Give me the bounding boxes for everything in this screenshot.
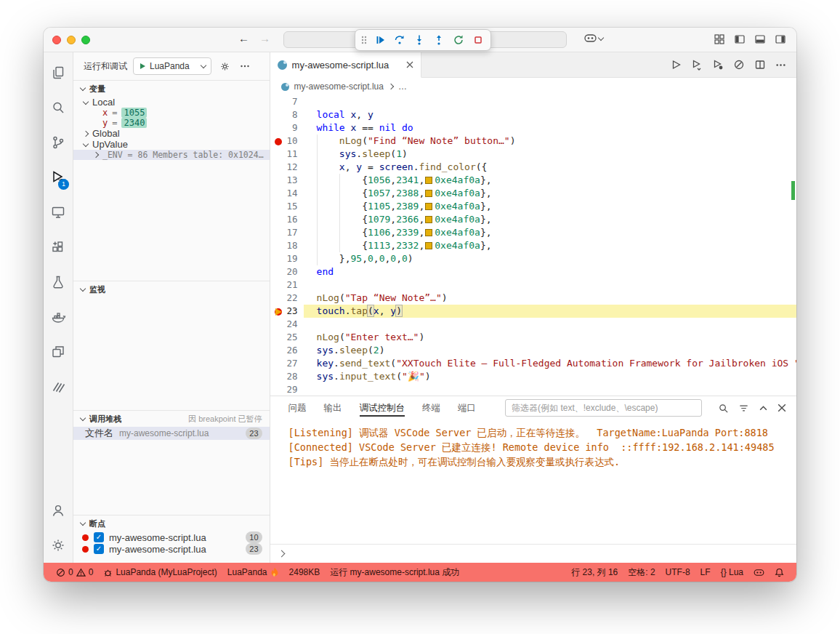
code-line-content[interactable]	[304, 383, 796, 396]
variable-row[interactable]: x=1055	[73, 108, 270, 118]
cursor-position-status[interactable]: 行 23, 列 16	[566, 566, 623, 579]
close-window-button[interactable]	[52, 36, 61, 44]
sidebar-item-explorer[interactable]	[44, 55, 73, 90]
watch-section-header[interactable]: 监视	[73, 281, 270, 297]
indentation-status[interactable]: 空格: 2	[623, 566, 660, 579]
code-line-content[interactable]	[304, 278, 796, 292]
search-icon[interactable]	[718, 403, 729, 414]
luapanda-session-status[interactable]: LuaPanda	[222, 567, 284, 577]
run-file-icon[interactable]	[670, 59, 682, 71]
code-line-content[interactable]: {1105,2389,0xe4af0a},	[304, 200, 796, 213]
line-gutter[interactable]: 19	[270, 252, 304, 265]
sidebar-item-run-and-debug[interactable]: 1	[44, 160, 73, 195]
code-line-content[interactable]: sys.input_text("🎉")	[304, 370, 796, 383]
code-line-content[interactable]	[304, 95, 796, 108]
step-over-button[interactable]	[391, 31, 408, 49]
line-gutter[interactable]: 22	[270, 292, 304, 305]
code-line[interactable]: 29	[270, 383, 796, 396]
console-filter-input[interactable]	[505, 399, 702, 417]
settings-menu[interactable]	[44, 528, 73, 563]
code-line[interactable]: 24	[270, 318, 796, 331]
go-back-button[interactable]: ←	[238, 32, 249, 44]
code-line-content[interactable]: sys.sleep(1)	[304, 148, 796, 161]
sidebar-item-remote-explorer[interactable]	[44, 195, 73, 230]
sidebar-item-source-control[interactable]	[44, 125, 73, 160]
more-actions-icon[interactable]	[775, 60, 786, 71]
line-gutter[interactable]: 27	[270, 357, 304, 370]
panel-tab[interactable]: 输出	[324, 398, 342, 419]
variables-section-header[interactable]: 变量	[73, 81, 270, 97]
drag-handle-icon[interactable]	[359, 31, 369, 49]
line-gutter[interactable]: 14	[270, 187, 304, 200]
eol-status[interactable]: LF	[695, 567, 716, 577]
gutter-glyph[interactable]	[274, 163, 283, 172]
notifications-status[interactable]	[770, 568, 789, 577]
code-line-content[interactable]: {1056,2341,0xe4af0a},	[304, 174, 796, 187]
code-editor[interactable]: 78local x, y9while x == nil do10nLog("Fi…	[270, 95, 796, 396]
sidebar-item-testing[interactable]	[44, 265, 73, 300]
stack-frame[interactable]: 文件名my-awesome-script.lua23	[73, 427, 270, 440]
breakpoint-checkbox[interactable]: ✓	[94, 532, 104, 542]
code-line[interactable]: 8local x, y	[270, 108, 796, 121]
chevron-right-icon[interactable]	[83, 130, 89, 136]
variable-row[interactable]: y=2340	[73, 118, 270, 128]
code-line-content[interactable]	[304, 318, 796, 331]
gutter-glyph[interactable]	[274, 268, 283, 277]
code-line[interactable]: 23touch.tap(x, y)	[270, 305, 796, 318]
code-line-content[interactable]: {1079,2366,0xe4af0a},	[304, 213, 796, 226]
line-gutter[interactable]: 13	[270, 174, 304, 187]
gutter-glyph[interactable]	[274, 176, 283, 185]
line-gutter[interactable]: 15	[270, 200, 304, 213]
code-line-content[interactable]: },95,0,0,0,0)	[304, 252, 796, 265]
gutter-glyph[interactable]	[274, 241, 283, 251]
launch-config-dropdown[interactable]: LuaPanda	[133, 57, 211, 75]
copilot-status[interactable]	[748, 569, 770, 577]
gutter-glyph[interactable]	[274, 281, 283, 290]
breakpoint-item[interactable]: ✓my-awesome-script.lua23	[73, 543, 270, 555]
customize-layout-icon[interactable]	[714, 33, 725, 45]
debug-console-input[interactable]	[270, 544, 796, 563]
breakpoint-item[interactable]: ✓my-awesome-script.lua10	[73, 531, 270, 543]
split-editor-icon[interactable]	[754, 59, 766, 71]
debug-target-status[interactable]: LuaPanda (MyLuaProject)	[98, 567, 222, 577]
line-gutter[interactable]: 23	[270, 305, 304, 318]
code-line[interactable]: 22nLog("Tap “New Note”…")	[270, 292, 796, 305]
step-out-button[interactable]	[430, 31, 448, 49]
line-gutter[interactable]: 25	[270, 331, 304, 344]
code-line[interactable]: 13{1056,2341,0xe4af0a},	[270, 174, 796, 187]
line-gutter[interactable]: 29	[270, 383, 304, 396]
gutter-glyph[interactable]	[274, 333, 283, 342]
gutter-glyph[interactable]	[274, 359, 283, 369]
toggle-secondary-sidebar-icon[interactable]	[775, 33, 786, 45]
stop-button[interactable]	[469, 31, 487, 49]
breadcrumb[interactable]: my-awesome-script.lua …	[270, 78, 796, 95]
code-line-content[interactable]: key.send_text("XXTouch Elite — Full-Fled…	[304, 357, 796, 370]
line-gutter[interactable]: 16	[270, 213, 304, 226]
breadcrumb-symbol[interactable]: …	[398, 81, 407, 92]
step-into-button[interactable]	[411, 31, 428, 49]
line-gutter[interactable]: 28	[270, 370, 304, 383]
code-line[interactable]: 9while x == nil do	[270, 121, 796, 135]
panel-tab[interactable]: 终端	[422, 398, 440, 419]
code-line[interactable]: 12x, y = screen.find_color({	[270, 161, 796, 174]
code-line-content[interactable]: x, y = screen.find_color({	[304, 161, 796, 174]
callstack-section-header[interactable]: 调用堆栈 因 breakpoint 已暂停	[73, 411, 270, 427]
breakpoints-section-header[interactable]: 断点	[73, 515, 270, 531]
code-line[interactable]: 10nLog("Find “New Note” button…")	[270, 135, 796, 148]
toggle-primary-sidebar-icon[interactable]	[734, 33, 746, 45]
memory-status[interactable]: 2498KB	[284, 567, 326, 577]
code-line[interactable]: 27key.send_text("XXTouch Elite — Full-Fl…	[270, 357, 796, 370]
gutter-glyph[interactable]	[274, 294, 283, 303]
toggle-panel-icon[interactable]	[754, 33, 766, 45]
language-mode-status[interactable]: {} Lua	[716, 567, 748, 577]
code-line-content[interactable]: {1113,2332,0xe4af0a},	[304, 239, 796, 252]
line-gutter[interactable]: 21	[270, 278, 304, 292]
sidebar-item-docker[interactable]	[44, 300, 73, 334]
code-line-content[interactable]: nLog("Tap “New Note”…")	[304, 292, 796, 305]
tab-my-awesome-script[interactable]: my-awesome-script.lua	[270, 52, 421, 78]
line-gutter[interactable]: 9	[270, 121, 304, 135]
gutter-glyph[interactable]	[274, 372, 283, 382]
code-line[interactable]: 19},95,0,0,0,0)	[270, 252, 796, 265]
maximize-panel-chevron-icon[interactable]	[759, 404, 768, 413]
code-line-content[interactable]: end	[304, 265, 796, 278]
